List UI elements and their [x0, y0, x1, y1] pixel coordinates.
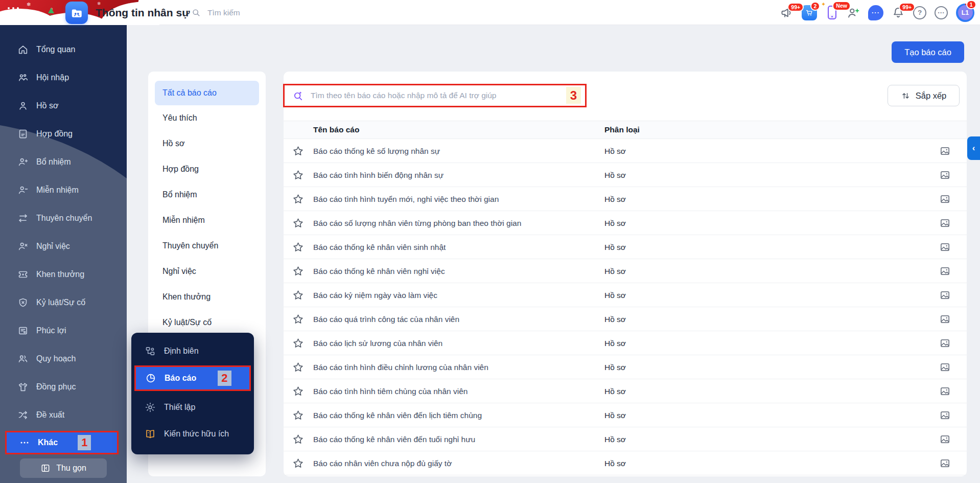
create-report-button[interactable]: Tạo báo cáo — [892, 41, 964, 63]
sidebar-item-person-x[interactable]: Nghỉ việc — [0, 232, 127, 260]
phone-new-icon[interactable]: ✦New — [825, 5, 838, 20]
report-name-link[interactable]: Báo cáo tình hình biến động nhân sự — [313, 163, 444, 187]
table-row[interactable]: Báo cáo nhân viên chưa nộp đủ giấy tờHồ … — [284, 451, 967, 475]
favorite-star-icon[interactable] — [292, 409, 304, 421]
report-name-link[interactable]: Báo cáo kỷ niệm ngày vào làm việc — [313, 283, 437, 307]
table-row[interactable]: Báo cáo tình hình tuyển mới, nghỉ việc t… — [284, 187, 967, 211]
sidebar-item-contract[interactable]: Hợp đồng — [0, 120, 127, 148]
report-name-link[interactable]: Báo cáo số lượng nhân viên từng phòng ba… — [313, 211, 521, 235]
chevron-left-icon: ‹ — [972, 143, 975, 153]
table-row[interactable]: Báo cáo số lượng nhân viên từng phòng ba… — [284, 211, 967, 235]
ai-search-input[interactable] — [311, 91, 585, 100]
category-item[interactable]: Tất cả báo cáo — [155, 81, 259, 105]
table-header: Tên báo cáo Phân loại — [284, 121, 967, 139]
sidebar-item-benefit[interactable]: Phúc lợi — [0, 316, 127, 344]
table-row[interactable]: Báo cáo thống kê số lượng nhân sựHồ sơ — [284, 139, 967, 163]
megaphone-icon[interactable]: 99+ — [780, 6, 794, 19]
popup-item-org[interactable]: Định biên — [131, 338, 254, 364]
favorite-star-icon[interactable] — [292, 145, 304, 157]
favorite-star-icon[interactable] — [292, 361, 304, 373]
report-thumbnail-icon — [939, 289, 951, 301]
main-sidebar: Tổng quanHội nhậpHồ sơHợp đồngBổ nhiệmMi… — [0, 25, 127, 483]
report-thumbnail-icon — [939, 433, 951, 445]
report-name-link[interactable]: Báo cáo thống kê số lượng nhân sự — [313, 139, 440, 163]
table-row[interactable]: Báo cáo thống kê nhân viên sinh nhậtHồ s… — [284, 235, 967, 259]
favorite-star-icon[interactable] — [292, 217, 304, 229]
sidebar-item-label: Hồ sơ — [36, 101, 58, 110]
apps-grid-icon[interactable] — [8, 7, 19, 19]
report-name-link[interactable]: Báo cáo nhân viên chưa nộp đủ giấy tờ — [313, 451, 452, 475]
favorite-star-icon[interactable] — [292, 289, 304, 301]
more-circle-icon[interactable]: ··· — [935, 6, 948, 19]
sidebar-item-planning[interactable]: Quy hoạch — [0, 344, 127, 373]
chat-icon[interactable]: ··· — [868, 5, 883, 20]
favorite-star-icon[interactable] — [292, 265, 304, 277]
reports-card: 3 Sắp xếp Tên báo cáo Phân loại Báo cáo … — [284, 72, 967, 476]
report-name-link[interactable]: Báo cáo quá trình công tác của nhân viên — [313, 307, 459, 331]
user-avatar[interactable]: L11 — [956, 4, 974, 22]
popup-item-gear[interactable]: Thiết lập — [131, 394, 254, 421]
sidebar-item-person-plus[interactable]: Bổ nhiệm — [0, 148, 127, 176]
table-row[interactable]: Báo cáo thống kê nhân viên nghỉ việcHồ s… — [284, 259, 967, 283]
category-item[interactable]: Miễn nhiệm — [148, 208, 266, 233]
report-category: Hồ sơ — [604, 427, 626, 451]
table-row[interactable]: Báo cáo thống kê nhân viên đến lịch tiêm… — [284, 403, 967, 427]
report-name-link[interactable]: Báo cáo tình hình tuyển mới, nghỉ việc t… — [313, 187, 499, 211]
category-item[interactable]: Thuyên chuyển — [148, 233, 266, 259]
category-item[interactable]: Bổ nhiệm — [148, 182, 266, 208]
sidebar-item-person-minus[interactable]: Miễn nhiệm — [0, 176, 127, 204]
global-search-input[interactable] — [207, 8, 325, 17]
popup-item-book[interactable]: Kiến thức hữu ích — [131, 421, 254, 447]
table-row[interactable]: Báo cáo lịch sử lương của nhân viênHồ sơ — [284, 331, 967, 355]
favorite-star-icon[interactable] — [292, 313, 304, 325]
hr-app-icon[interactable] — [65, 2, 88, 24]
report-category: Hồ sơ — [604, 355, 626, 379]
table-row[interactable]: Báo cáo tình hình điều chỉnh lương của n… — [284, 355, 967, 379]
favorite-star-icon[interactable] — [292, 193, 304, 205]
report-name-link[interactable]: Báo cáo tình hình tiêm chủng của nhân vi… — [313, 379, 468, 403]
ai-search-icon — [292, 90, 304, 102]
favorite-star-icon[interactable] — [292, 241, 304, 253]
notification-badge: 99+ — [787, 3, 804, 12]
expand-panel-tab[interactable]: ‹ — [967, 136, 980, 160]
cart-app-icon[interactable]: 2 — [802, 5, 817, 20]
category-item[interactable]: Nghỉ việc — [148, 259, 266, 284]
sidebar-item-label: Kỷ luật/Sự cố — [36, 298, 85, 307]
table-row[interactable]: Báo cáo tình hình biến động nhân sựHồ sơ — [284, 163, 967, 187]
report-name-link[interactable]: Báo cáo tình hình điều chỉnh lương của n… — [313, 355, 488, 379]
sidebar-item-more-dots[interactable]: Khác1 — [7, 432, 117, 453]
category-item[interactable]: Hợp đồng — [148, 156, 266, 182]
table-row[interactable]: Báo cáo kỷ niệm ngày vào làm việcHồ sơ — [284, 283, 967, 307]
sort-button[interactable]: Sắp xếp — [888, 85, 960, 106]
sidebar-item-transfer[interactable]: Thuyên chuyển — [0, 204, 127, 232]
category-item[interactable]: Kỷ luật/Sự cố — [148, 310, 266, 335]
report-name-link[interactable]: Báo cáo thống kê nhân viên đến tuổi nghỉ… — [313, 427, 475, 451]
report-name-link[interactable]: Báo cáo thống kê nhân viên nghỉ việc — [313, 259, 445, 283]
favorite-star-icon[interactable] — [292, 457, 304, 469]
report-name-link[interactable]: Báo cáo lịch sử lương của nhân viên — [313, 331, 442, 355]
sidebar-item-profile[interactable]: Hồ sơ — [0, 91, 127, 120]
category-item[interactable]: Yêu thích — [148, 105, 266, 131]
report-name-link[interactable]: Báo cáo thống kê nhân viên sinh nhật — [313, 235, 446, 259]
report-name-link[interactable]: Báo cáo thống kê nhân viên đến lịch tiêm… — [313, 403, 482, 427]
sidebar-item-home[interactable]: Tổng quan — [0, 35, 127, 63]
sidebar-item-shield-x[interactable]: Kỷ luật/Sự cố — [0, 288, 127, 316]
bell-icon[interactable]: 99+ — [892, 6, 905, 19]
sidebar-item-reward[interactable]: Khen thưởng — [0, 260, 127, 288]
favorite-star-icon[interactable] — [292, 337, 304, 349]
favorite-star-icon[interactable] — [292, 169, 304, 181]
sidebar-item-uniform[interactable]: Đồng phục — [0, 373, 127, 401]
table-row[interactable]: Báo cáo tình hình tiêm chủng của nhân vi… — [284, 379, 967, 403]
table-row[interactable]: Báo cáo quá trình công tác của nhân viên… — [284, 307, 967, 331]
table-row[interactable]: Báo cáo thống kê nhân viên đến tuổi nghỉ… — [284, 427, 967, 451]
category-item[interactable]: Khen thưởng — [148, 284, 266, 310]
category-item[interactable]: Hồ sơ — [148, 131, 266, 156]
favorite-star-icon[interactable] — [292, 385, 304, 397]
report-category: Hồ sơ — [604, 331, 626, 355]
sidebar-item-onboarding[interactable]: Hội nhập — [0, 63, 127, 91]
gear-icon — [145, 402, 156, 413]
popup-item-pie-chart[interactable]: Báo cáo2 — [136, 367, 249, 389]
favorite-star-icon[interactable] — [292, 433, 304, 445]
sidebar-item-proposal[interactable]: Đề xuất — [0, 401, 127, 429]
collapse-sidebar-button[interactable]: Thu gọn — [20, 458, 107, 478]
